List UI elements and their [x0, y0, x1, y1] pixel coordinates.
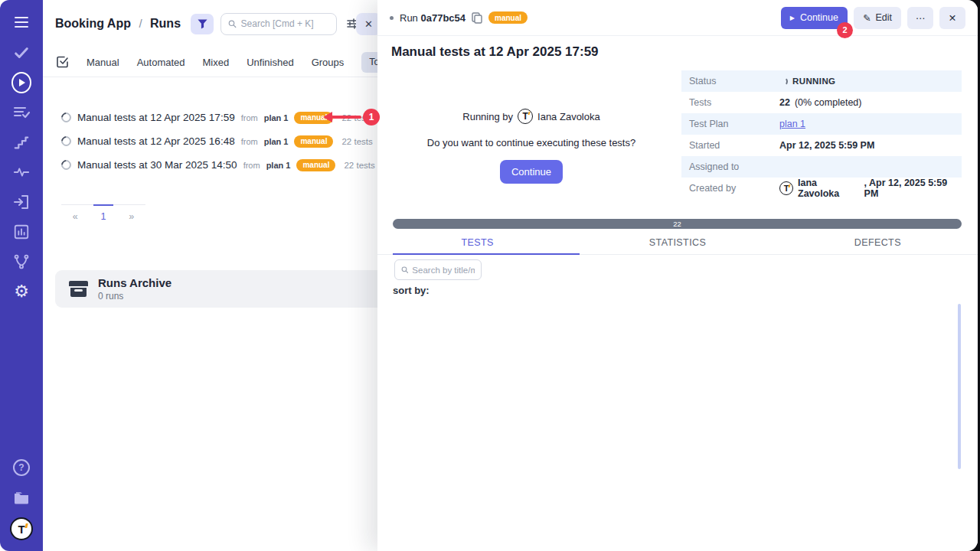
detail-row-assigned: Assigned to: [681, 156, 962, 178]
continue-prompt-button[interactable]: Continue: [500, 160, 563, 184]
pagination-next[interactable]: »: [117, 205, 145, 228]
run-label: Run 0a77bc54: [400, 12, 466, 24]
list-check-icon[interactable]: [11, 103, 31, 122]
run-manual-badge: manual: [296, 159, 335, 171]
progress-bar: 22: [393, 219, 962, 229]
run-progress-icon: [59, 110, 73, 124]
pagination-page-1[interactable]: 1: [90, 205, 118, 228]
tab-groups[interactable]: Groups: [312, 57, 345, 68]
menu-icon[interactable]: [11, 12, 31, 32]
play-circle-icon[interactable]: [11, 73, 31, 93]
tab-mixed[interactable]: Mixed: [203, 57, 230, 68]
detail-row-tests: Tests 22(0% completed): [681, 92, 962, 113]
pagination-prev[interactable]: «: [61, 205, 90, 228]
run-tests-count: 22 tests: [344, 161, 374, 170]
tests-completed: (0% completed): [795, 97, 862, 108]
spinner-icon: [779, 77, 788, 86]
tab-automated[interactable]: Automated: [137, 57, 185, 68]
continue-question: Do you want to continue executing these …: [405, 137, 658, 148]
runs-archive-card[interactable]: Runs Archive 0 runs: [55, 270, 415, 308]
pencil-icon: ✎: [863, 12, 871, 24]
active-tab-underline: [393, 253, 580, 255]
search-input[interactable]: [241, 18, 330, 29]
close-panel-button[interactable]: ✕: [939, 7, 965, 29]
play-icon: ▶: [790, 15, 795, 21]
run-item-title[interactable]: Manual tests at 30 Mar 2025 14:50: [77, 159, 237, 171]
runs-filter-tabs: ManualAutomatedMixedUnfinishedGroupsTo R…: [43, 47, 398, 77]
continue-button[interactable]: ▶ Continue 2: [781, 7, 848, 29]
folder-icon[interactable]: [11, 487, 31, 507]
run-item-title[interactable]: Manual tests at 12 Apr 2025 16:48: [77, 135, 235, 147]
runs-header: Booking App / Runs ✕: [43, 0, 398, 47]
tests-count: 22: [779, 97, 790, 108]
run-details-table: Status RUNNING Tests 22(0% completed) Te…: [681, 70, 962, 199]
running-by-label: Running by: [462, 111, 513, 122]
run-progress-icon: [59, 134, 73, 148]
started-value: Apr 12, 2025 5:59 PM: [779, 140, 874, 151]
scrollbar-thumb[interactable]: [958, 304, 961, 469]
pulse-icon[interactable]: [11, 162, 31, 182]
sidebar: ⚙ ? T: [0, 0, 43, 551]
archive-title: Runs Archive: [98, 276, 172, 289]
run-plan-name: plan 1: [266, 161, 291, 170]
box-arrow-icon[interactable]: [11, 192, 31, 212]
bar-chart-icon[interactable]: [11, 222, 31, 242]
steps-icon[interactable]: [11, 132, 31, 152]
sort-row: sort by:: [393, 285, 430, 296]
run-detail-panel: Run 0a77bc54 manual ▶ Continue 2 ✎ Edit …: [377, 0, 978, 551]
created-date: , Apr 12, 2025 5:59 PM: [864, 178, 962, 199]
run-type-badge: manual: [488, 11, 528, 24]
detail-tabs: TESTS STATISTICS DEFECTS: [377, 231, 978, 255]
creator-avatar: T: [779, 181, 793, 195]
help-icon[interactable]: ?: [11, 458, 31, 478]
run-status-dot: [390, 16, 394, 20]
tab-manual[interactable]: Manual: [87, 57, 119, 68]
tab-defects[interactable]: DEFECTS: [778, 231, 978, 254]
run-list-item[interactable]: Manual tests at 30 Mar 2025 14:50 from p…: [43, 153, 398, 177]
tests-search[interactable]: [394, 259, 482, 280]
run-item-title[interactable]: Manual tests at 12 Apr 2025 17:59: [77, 112, 235, 123]
ellipsis-icon: ⋯: [916, 12, 926, 24]
runner-name: Iana Zavoloka: [537, 111, 600, 122]
app-window: ⚙ ? T Booking App / Runs: [0, 0, 978, 551]
run-id: 0a77bc54: [420, 12, 466, 24]
run-tests-count: 22 tests: [341, 137, 372, 146]
funnel-icon: [198, 19, 207, 29]
select-all-icon[interactable]: [57, 56, 69, 68]
test-filters: [393, 259, 965, 280]
filter-button[interactable]: [191, 14, 214, 34]
more-button[interactable]: ⋯: [907, 7, 933, 29]
run-progress-icon: [59, 158, 73, 171]
tab-unfinished[interactable]: Unfinished: [247, 57, 293, 68]
breadcrumb-separator: /: [139, 17, 142, 30]
runs-page: Booking App / Runs ✕ ManualAutomatedMixe…: [43, 0, 398, 551]
tests-search-input[interactable]: [412, 266, 475, 275]
run-list-item[interactable]: Manual tests at 12 Apr 2025 16:48 from p…: [43, 129, 398, 153]
detail-row-plan: Test Plan plan 1: [681, 113, 962, 135]
archive-count: 0 runs: [98, 291, 172, 302]
check-icon[interactable]: [11, 43, 31, 63]
run-title: Manual tests at 12 Apr 2025 17:59: [391, 44, 964, 60]
tab-statistics[interactable]: STATISTICS: [577, 231, 777, 254]
copy-icon: [472, 12, 482, 24]
run-plan-name: plan 1: [264, 137, 289, 146]
breadcrumb-project[interactable]: Booking App: [55, 17, 131, 30]
branch-icon[interactable]: [11, 252, 31, 272]
annotation-circle-1: 1: [363, 109, 380, 126]
detail-row-started: Started Apr 12, 2025 5:59 PM: [681, 135, 962, 156]
edit-button[interactable]: ✎ Edit: [854, 7, 901, 29]
user-avatar[interactable]: T: [10, 517, 33, 540]
global-search[interactable]: [220, 13, 337, 35]
copy-run-id-button[interactable]: [472, 12, 482, 24]
gear-icon[interactable]: ⚙: [11, 282, 31, 302]
run-manual-badge: manual: [294, 135, 333, 148]
run-from-label: from: [241, 137, 258, 146]
runner-avatar: T: [518, 109, 533, 124]
run-from-label: from: [243, 161, 260, 170]
continue-prompt: Running by T Iana Zavoloka Do you want t…: [405, 109, 658, 184]
run-from-label: from: [241, 113, 258, 122]
breadcrumb[interactable]: Booking App / Runs: [55, 17, 181, 31]
test-plan-link[interactable]: plan 1: [779, 119, 805, 129]
status-value: RUNNING: [792, 77, 835, 86]
tab-tests[interactable]: TESTS: [377, 231, 577, 254]
